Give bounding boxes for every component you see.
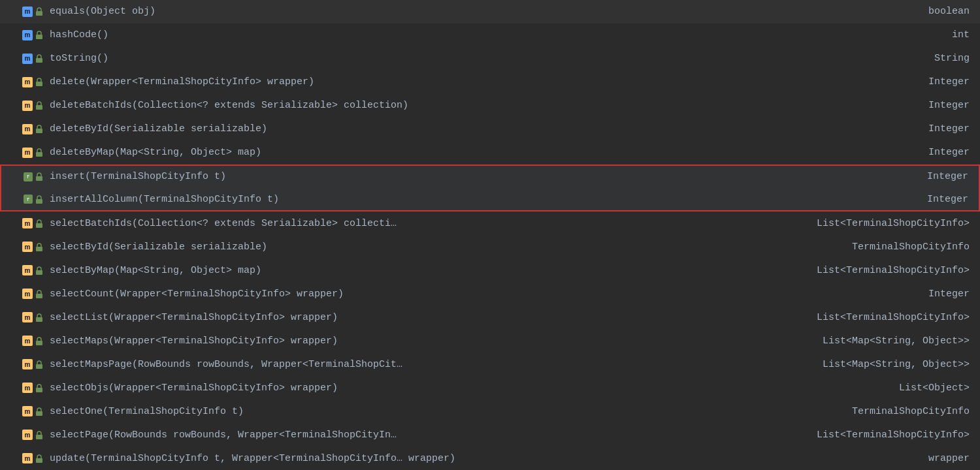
method-name: toString() [50,53,934,64]
row-equals[interactable]: m equals(Object obj)boolean [0,0,980,24]
return-type: Integer [927,171,973,182]
lock-icon [35,55,43,63]
method-name: selectById(Serializable serializable) [50,242,852,253]
return-type: String [934,53,975,64]
return-type: Integer [928,123,975,134]
row-selectobjs[interactable]: m selectObjs(Wrapper<TerminalShopCityInf… [0,376,980,400]
return-type: Integer [928,100,975,111]
svg-rect-8 [36,199,42,204]
method-name: insert(TerminalShopCityInfo t) [50,171,927,182]
svg-rect-7 [36,176,42,181]
svg-rect-5 [36,129,42,133]
row-insert[interactable]: f insert(TerminalShopCityInfo t)Integer [0,164,980,188]
row-selectbatchids[interactable]: m selectBatchIds(Collection<? extends Se… [0,212,980,235]
lock-icon [35,149,43,157]
method-name: delete(Wrapper<TerminalShopCityInfo> wra… [50,76,928,87]
lock-icon [35,431,43,439]
row-selectpage[interactable]: m selectPage(RowBounds rowBounds, Wrappe… [0,423,980,446]
row-selectlist[interactable]: m selectList(Wrapper<TerminalShopCityInf… [0,306,980,329]
method-name: selectObjs(Wrapper<TerminalShopCityInfo>… [50,383,899,394]
method-name: selectMaps(Wrapper<TerminalShopCityInfo>… [50,336,823,347]
row-icons: m [22,289,46,299]
row-icons: m [22,359,46,369]
method-icon: m [22,289,33,299]
method-icon: m [22,406,33,416]
method-name: selectMapsPage(RowBounds rowBounds, Wrap… [50,359,823,370]
return-type: TerminalShopCityInfo [852,242,975,253]
method-name: deleteById(Serializable serializable) [50,123,928,134]
row-hashcode[interactable]: m hashCode()int [0,24,980,47]
method-icon: m [22,312,33,322]
row-deletebymap[interactable]: m deleteByMap(Map<String, Object> map)In… [0,141,980,164]
row-deletebatchids[interactable]: m deleteBatchIds(Collection<? extends Se… [0,94,980,118]
method-icon: f [24,195,33,204]
method-icon: m [22,359,33,369]
lock-icon [35,219,43,227]
row-update[interactable]: m update(TerminalShopCityInfo t, Wrapper… [0,446,980,470]
method-icon: m [22,54,33,64]
row-selectmapspage[interactable]: m selectMapsPage(RowBounds rowBounds, Wr… [0,352,980,376]
method-name: hashCode() [50,29,952,40]
row-icons: m [22,453,46,463]
svg-rect-1 [36,35,42,39]
return-type: Integer [928,76,975,87]
row-selectone[interactable]: m selectOne(TerminalShopCityInfo t)Termi… [0,400,980,423]
svg-rect-11 [36,270,42,275]
method-icon: f [24,172,33,181]
lock-icon [35,360,43,368]
row-selectbyid[interactable]: m selectById(Serializable serializable)T… [0,235,980,258]
svg-rect-12 [36,294,42,298]
return-type: wrapper [928,453,975,464]
row-delete[interactable]: m delete(Wrapper<TerminalShopCityInfo> w… [0,70,980,94]
method-name: selectOne(TerminalShopCityInfo t) [50,406,852,417]
lock-icon [35,173,43,181]
method-icon: m [22,101,33,111]
return-type: List<TerminalShopCityInfo> [817,312,975,323]
method-name: deleteByMap(Map<String, Object> map) [50,147,928,158]
method-icon: m [22,336,33,346]
row-selectcount[interactable]: m selectCount(Wrapper<TerminalShopCityIn… [0,282,980,306]
row-icons: m [22,101,46,111]
method-icon: m [22,383,33,393]
return-type: Integer [928,289,975,300]
lock-icon [35,407,43,415]
lock-icon [35,290,43,298]
row-icons: m [22,148,46,158]
method-name: equals(Object obj) [50,6,928,17]
method-name: update(TerminalShopCityInfo t, Wrapper<T… [50,453,928,464]
svg-rect-0 [36,11,42,16]
return-type: TerminalShopCityInfo [852,406,975,417]
row-tostring[interactable]: m toString()String [0,47,980,70]
return-type: List<Object> [899,383,975,394]
lock-icon [35,195,43,203]
return-type: Integer [928,147,975,158]
method-icon: m [22,218,33,228]
svg-rect-15 [36,364,42,369]
svg-rect-16 [36,388,42,392]
svg-rect-13 [36,317,42,322]
row-icons: m [22,406,46,416]
method-icon: m [22,148,33,158]
row-selectbymap[interactable]: m selectByMap(Map<String, Object> map)Li… [0,258,980,282]
row-icons: m [22,265,46,275]
method-icon: m [22,124,33,134]
row-icons: m [22,430,46,440]
return-type: List<Map<String, Object>> [823,336,975,347]
row-selectmaps[interactable]: m selectMaps(Wrapper<TerminalShopCityInf… [0,329,980,352]
svg-rect-14 [36,341,42,345]
method-name: selectByMap(Map<String, Object> map) [50,265,817,276]
row-icons: m [22,336,46,346]
method-icon: m [22,430,33,440]
method-icon: m [22,242,33,252]
lock-icon [35,125,43,133]
lock-icon [35,313,43,321]
return-type: List<TerminalShopCityInfo> [817,218,975,229]
svg-rect-17 [36,411,42,416]
method-icon: m [22,30,33,40]
method-name: deleteBatchIds(Collection<? extends Seri… [50,100,928,111]
lock-icon [35,243,43,251]
svg-rect-10 [36,247,42,251]
row-insertallcolumn[interactable]: f insertAllColumn(TerminalShopCityInfo t… [0,188,980,212]
row-deletebyid[interactable]: m deleteById(Serializable serializable)I… [0,118,980,141]
lock-icon [35,384,43,392]
